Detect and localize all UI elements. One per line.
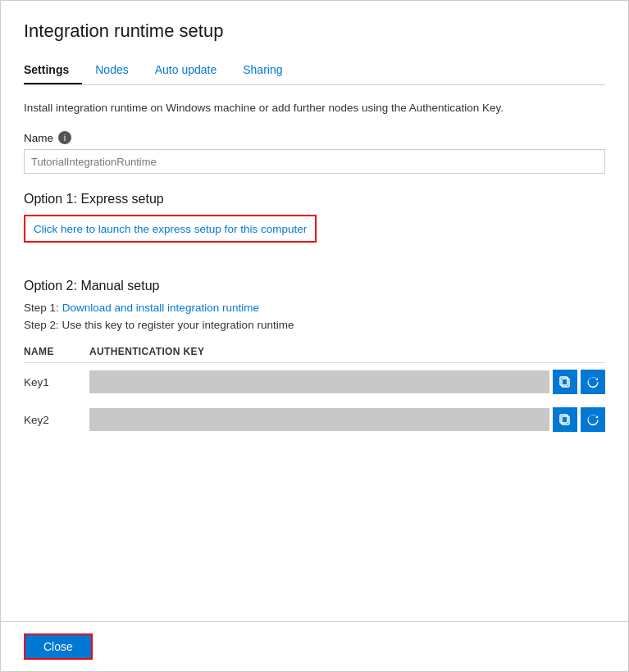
tab-settings[interactable]: Settings (24, 57, 82, 84)
name-input[interactable] (24, 149, 605, 174)
key1-name: Key1 (24, 363, 89, 402)
table-row: Key1 (24, 363, 605, 402)
refresh-icon (586, 413, 599, 426)
dialog-title: Integration runtime setup (24, 20, 605, 42)
dialog-footer: Close (1, 621, 628, 671)
copy-icon (558, 375, 572, 388)
key2-cell (89, 401, 605, 438)
table-header-row: NAME AUTHENTICATION KEY (24, 341, 605, 363)
step1-row: Step 1: Download and install integration… (24, 302, 605, 314)
info-icon[interactable]: i (58, 131, 71, 144)
step2-text: Step 2: Use this key to register your in… (24, 319, 605, 331)
integration-runtime-dialog: Integration runtime setup Settings Nodes… (0, 0, 629, 672)
key2-name: Key2 (24, 401, 89, 438)
copy-icon (558, 413, 572, 426)
express-setup-container: Click here to launch the express setup f… (24, 215, 317, 243)
tab-nodes[interactable]: Nodes (95, 57, 141, 84)
col-header-name: NAME (24, 341, 89, 363)
auth-key-table: NAME AUTHENTICATION KEY Key1 (24, 341, 605, 438)
key2-refresh-button[interactable] (581, 407, 605, 432)
refresh-icon (586, 375, 599, 388)
tabs-container: Settings Nodes Auto update Sharing (24, 57, 605, 85)
key1-input-group (89, 370, 605, 394)
close-button[interactable]: Close (24, 633, 93, 660)
key2-input-group (89, 407, 605, 432)
key1-value (89, 370, 549, 393)
table-row: Key2 (24, 401, 605, 438)
col-header-key: AUTHENTICATION KEY (89, 341, 605, 363)
express-setup-link[interactable]: Click here to launch the express setup f… (34, 223, 307, 235)
key1-copy-button[interactable] (553, 370, 577, 394)
tab-auto-update[interactable]: Auto update (155, 57, 230, 84)
dialog-content: Integration runtime setup Settings Nodes… (1, 1, 628, 621)
tab-sharing[interactable]: Sharing (243, 57, 295, 84)
step1-prefix: Step 1: (24, 302, 59, 314)
description-text: Install integration runtime on Windows m… (24, 100, 605, 116)
key1-cell (89, 363, 605, 402)
name-field-label: Name i (24, 131, 605, 144)
option2-title: Option 2: Manual setup (24, 279, 605, 293)
download-runtime-link[interactable]: Download and install integration runtime (62, 302, 259, 314)
key2-value (89, 408, 549, 431)
option1-title: Option 1: Express setup (24, 192, 605, 207)
key2-copy-button[interactable] (553, 407, 577, 432)
key1-refresh-button[interactable] (581, 370, 605, 394)
